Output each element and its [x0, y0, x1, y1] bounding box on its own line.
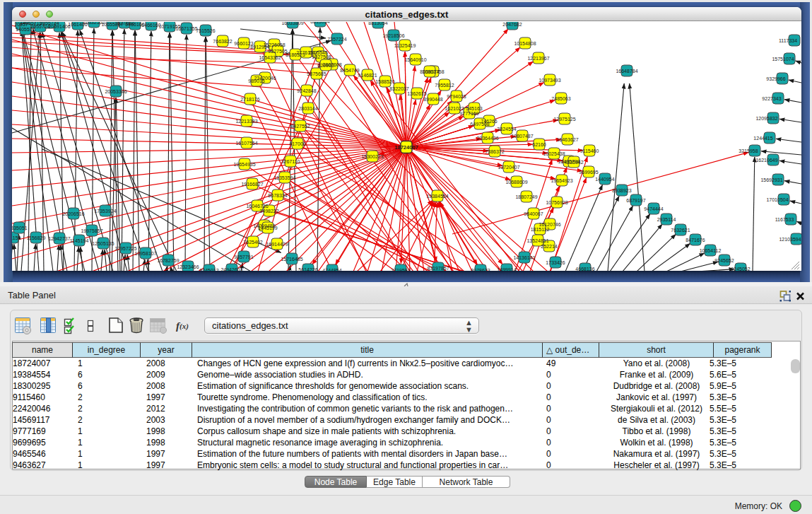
svg-text:629903: 629903 — [317, 63, 334, 68]
svg-text:11325419: 11325419 — [394, 43, 416, 48]
svg-text:989015: 989015 — [248, 78, 264, 83]
svg-text:8678334: 8678334 — [268, 193, 287, 198]
svg-text:10756928: 10756928 — [546, 200, 567, 205]
svg-text:1621022: 1621022 — [445, 106, 464, 111]
svg-text:8813054: 8813054 — [368, 22, 387, 25]
svg-text:13720407: 13720407 — [498, 165, 519, 170]
svg-text:7663822: 7663822 — [213, 39, 232, 44]
svg-text:11353594: 11353594 — [274, 175, 296, 180]
svg-text:9794028: 9794028 — [447, 94, 466, 99]
svg-text:1145194: 1145194 — [70, 238, 89, 243]
svg-text:5614226: 5614226 — [298, 267, 317, 271]
svg-text:17957225: 17957225 — [114, 246, 136, 251]
svg-text:9227343: 9227343 — [762, 96, 781, 101]
svg-text:1244415: 1244415 — [753, 136, 772, 141]
svg-text:417006: 417006 — [289, 141, 305, 146]
svg-text:6879197: 6879197 — [626, 198, 645, 203]
svg-text:8938923: 8938923 — [612, 188, 631, 193]
svg-text:2719583: 2719583 — [391, 268, 410, 271]
svg-text:16107554: 16107554 — [235, 141, 257, 146]
svg-text:18807249: 18807249 — [515, 194, 537, 199]
svg-text:8990448: 8990448 — [423, 97, 442, 102]
svg-text:7625402: 7625402 — [243, 240, 262, 245]
svg-text:9777169: 9777169 — [459, 111, 478, 116]
svg-text:15716485: 15716485 — [281, 257, 302, 262]
svg-text:12942737: 12942737 — [48, 236, 70, 241]
svg-text:2803144: 2803144 — [298, 106, 317, 111]
svg-text:12975125: 12975125 — [553, 117, 575, 122]
svg-text:545163: 545163 — [466, 106, 482, 111]
svg-text:16463627: 16463627 — [556, 137, 578, 142]
svg-text:9699695: 9699695 — [579, 170, 598, 175]
svg-text:5875685: 5875685 — [307, 71, 326, 76]
svg-text:16782759: 16782759 — [157, 258, 179, 263]
svg-text:835051: 835051 — [12, 226, 28, 230]
svg-text:9245012: 9245012 — [199, 268, 218, 271]
svg-text:8322037: 8322037 — [389, 86, 408, 91]
svg-text:2055724: 2055724 — [40, 22, 59, 25]
svg-text:16210649: 16210649 — [755, 158, 777, 163]
svg-text:3498222: 3498222 — [259, 209, 278, 214]
svg-text:1499914: 1499914 — [497, 267, 516, 271]
svg-text:19654935: 19654935 — [233, 162, 255, 167]
svg-text:12103594: 12103594 — [779, 237, 801, 242]
svg-text:12505135: 12505135 — [92, 241, 114, 246]
svg-text:1405571: 1405571 — [16, 27, 35, 32]
svg-text:8078673: 8078673 — [471, 268, 490, 271]
svg-text:10688609: 10688609 — [505, 180, 527, 185]
svg-text:19166827: 19166827 — [241, 182, 263, 187]
svg-text:4668136: 4668136 — [575, 267, 594, 271]
svg-text:1815112: 1815112 — [531, 227, 550, 232]
svg-text:7357224: 7357224 — [327, 37, 346, 42]
svg-text:19654923: 19654923 — [551, 178, 572, 183]
svg-text:9242848: 9242848 — [297, 88, 316, 93]
svg-text:16046736: 16046736 — [246, 204, 268, 209]
svg-text:62160: 62160 — [532, 142, 546, 147]
svg-text:9327508: 9327508 — [312, 54, 331, 59]
svg-text:16033809: 16033809 — [281, 22, 303, 25]
svg-text:15751074: 15751074 — [772, 57, 794, 62]
svg-text:10654112: 10654112 — [700, 248, 722, 253]
svg-text:10807487: 10807487 — [511, 134, 533, 139]
svg-text:1117334: 1117334 — [779, 38, 797, 43]
svg-text:9245652: 9245652 — [714, 258, 734, 263]
svg-text:19384554: 19384554 — [426, 194, 448, 199]
svg-text:24942603: 24942603 — [220, 267, 242, 271]
svg-text:9327505: 9327505 — [268, 49, 287, 54]
svg-text:9840067: 9840067 — [524, 211, 543, 216]
svg-text:8454749: 8454749 — [340, 68, 359, 73]
svg-text:8427552: 8427552 — [290, 124, 310, 129]
svg-text:2718176: 2718176 — [240, 97, 259, 102]
svg-text:10025438: 10025438 — [543, 151, 565, 156]
svg-text:17353924: 17353924 — [94, 209, 116, 214]
svg-text:1733426: 1733426 — [546, 260, 565, 265]
svg-text:9245052: 9245052 — [731, 267, 750, 271]
svg-text:9115460: 9115460 — [580, 148, 599, 153]
svg-text:2935114: 2935114 — [657, 217, 676, 222]
svg-text:13524851: 13524851 — [526, 238, 548, 243]
svg-text:9329966: 9329966 — [766, 76, 785, 81]
svg-text:17010504: 17010504 — [766, 197, 788, 202]
svg-text:12323466: 12323466 — [177, 264, 199, 269]
svg-text:9857791: 9857791 — [234, 255, 253, 259]
svg-text:1440954: 1440954 — [595, 177, 614, 182]
svg-text:12213383: 12213383 — [235, 119, 257, 124]
svg-text:9474444: 9474444 — [644, 206, 663, 211]
svg-text:7632621: 7632621 — [671, 228, 690, 233]
svg-text:15226058: 15226058 — [263, 42, 285, 47]
svg-text:1362615: 1362615 — [407, 91, 426, 96]
svg-text:20364436: 20364436 — [476, 136, 498, 141]
svg-text:10973493: 10973493 — [539, 78, 560, 83]
svg-text:20053346: 20053346 — [105, 89, 126, 94]
svg-text:1588520: 1588520 — [375, 79, 394, 84]
svg-text:19975857: 19975857 — [81, 228, 102, 233]
svg-text:3215958: 3215958 — [739, 148, 758, 153]
svg-text:7485063: 7485063 — [551, 96, 570, 101]
svg-text:4744854: 4744854 — [322, 268, 341, 271]
svg-text:16648784: 16648784 — [616, 69, 637, 74]
svg-text:8813054: 8813054 — [310, 22, 329, 24]
svg-text:10958107: 10958107 — [134, 251, 156, 256]
svg-text:1167533: 1167533 — [775, 217, 794, 222]
svg-text:1156829: 1156829 — [27, 235, 46, 240]
svg-text:1445199: 1445199 — [258, 226, 277, 230]
